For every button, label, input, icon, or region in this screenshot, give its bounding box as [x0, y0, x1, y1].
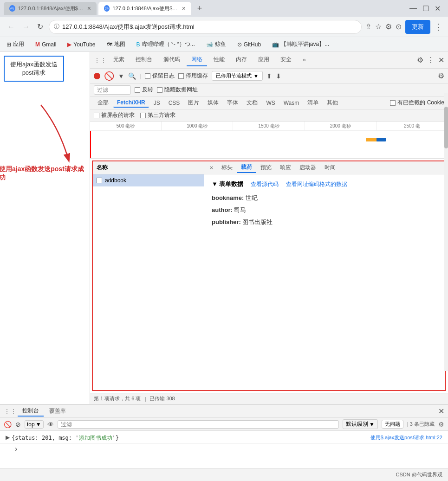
detail-tab-headers[interactable]: 标头: [218, 163, 236, 173]
devtools-tab-more[interactable]: »: [298, 55, 311, 66]
ajax-post-button[interactable]: 使用ajax函数发送 post请求: [4, 56, 64, 82]
devtools-close-icon[interactable]: ✕: [438, 56, 444, 64]
console-filter-input[interactable]: [58, 420, 339, 429]
devtools-more-icon[interactable]: ⋮: [427, 56, 435, 64]
download-icon[interactable]: ⬇: [276, 72, 281, 80]
devtools-tab-memory[interactable]: 内存: [231, 54, 252, 66]
bookmark-apps[interactable]: ⊞ 应用: [4, 39, 27, 49]
console-tab-coverage[interactable]: 覆盖率: [45, 406, 71, 416]
type-wasm[interactable]: Wasm: [280, 99, 303, 107]
extensions-icon[interactable]: ⚙: [385, 22, 392, 31]
invert-label[interactable]: 反转: [135, 86, 153, 94]
disable-cache-checkbox[interactable]: [178, 73, 184, 79]
type-other[interactable]: 其他: [323, 98, 342, 108]
search-icon-btn[interactable]: 🔍: [128, 72, 136, 80]
devtools-tab-sources[interactable]: 源代码: [159, 54, 185, 66]
scrollbar-track[interactable]: [444, 93, 448, 371]
third-party-label[interactable]: 第三方请求: [140, 111, 175, 119]
scrollbar-thumb[interactable]: [444, 107, 448, 148]
eye-icon[interactable]: 👁: [47, 421, 54, 428]
clear-button[interactable]: 🚫: [104, 71, 114, 81]
new-tab-button[interactable]: +: [193, 2, 206, 15]
filter-input[interactable]: [94, 85, 131, 95]
type-all[interactable]: 全部: [94, 98, 112, 108]
view-source-link[interactable]: 查看源代码: [251, 180, 279, 188]
bookmark-github[interactable]: ⊙ GitHub: [234, 40, 264, 49]
devtools-tab-network[interactable]: 网络: [187, 54, 207, 66]
detail-tab-initiator[interactable]: 启动器: [296, 163, 320, 173]
detail-tab-preview[interactable]: 预览: [257, 163, 275, 173]
type-media[interactable]: 媒体: [204, 98, 222, 108]
bookmark-whale[interactable]: 🐋 鲸鱼: [203, 39, 229, 49]
devtools-settings-icon[interactable]: ⚙: [417, 56, 423, 64]
bookmark-bilibili[interactable]: B 哔哩哔哩（ °- °）つ...: [134, 39, 198, 49]
view-url-encoded-link[interactable]: 查看网址编码格式的数据: [286, 180, 347, 188]
disable-cache-label[interactable]: 停用缓存: [178, 72, 208, 80]
type-font[interactable]: 字体: [223, 98, 242, 108]
third-party-checkbox[interactable]: [140, 113, 146, 118]
form-data-toggle[interactable]: ▼ 表单数据: [212, 180, 243, 188]
blocked-requests-label[interactable]: 被屏蔽的请求: [94, 111, 135, 119]
upload-icon[interactable]: ⬆: [266, 72, 272, 80]
type-doc[interactable]: 文档: [243, 98, 261, 108]
type-img[interactable]: 图片: [184, 98, 203, 108]
detail-tab-payload[interactable]: 载荷: [237, 162, 256, 173]
top-dropdown[interactable]: top ▼: [25, 420, 44, 429]
filter-icon-btn[interactable]: ▼: [118, 72, 124, 80]
bookmark-maps[interactable]: 🗺 地图: [104, 39, 128, 49]
row-checkbox[interactable]: [97, 178, 102, 183]
type-fetch-xhr[interactable]: Fetch/XHR: [113, 98, 149, 108]
tab-close-inactive[interactable]: ×: [87, 5, 91, 12]
back-button[interactable]: ←: [6, 21, 17, 33]
preserve-log-label[interactable]: 保留日志: [145, 72, 175, 80]
console-source-link[interactable]: 使用$.ajax发送post请求.html:22: [370, 434, 442, 441]
profile-icon[interactable]: ⊙: [396, 22, 402, 31]
network-settings-icon[interactable]: ⚙: [438, 71, 444, 80]
cast-icon[interactable]: ⇪: [365, 22, 371, 31]
preserve-log-checkbox[interactable]: [145, 73, 150, 79]
console-filter-icon[interactable]: ⊘: [15, 421, 21, 428]
type-css[interactable]: CSS: [165, 99, 184, 107]
throttle-dropdown[interactable]: 已停用节流模式 ▼: [212, 71, 263, 81]
minimize-icon[interactable]: —: [409, 4, 417, 13]
bookmark-gmail[interactable]: M Gmail: [32, 40, 59, 49]
devtools-tab-performance[interactable]: 性能: [209, 54, 229, 66]
forward-button[interactable]: →: [20, 21, 32, 33]
table-row[interactable]: addbook: [93, 174, 204, 186]
console-clear-icon[interactable]: 🚫: [4, 421, 12, 428]
devtools-tab-console[interactable]: 控制台: [131, 54, 157, 66]
console-settings-icon[interactable]: ⚙: [438, 421, 444, 428]
type-js[interactable]: JS: [150, 99, 164, 107]
record-button[interactable]: [94, 73, 100, 79]
devtools-tab-elements[interactable]: 元素: [109, 54, 129, 66]
console-expand-icon[interactable]: ▶: [6, 434, 10, 441]
devtools-tab-application[interactable]: 应用: [253, 54, 274, 66]
hide-data-urls-checkbox[interactable]: [157, 87, 162, 93]
blocked-cookies-checkbox[interactable]: [390, 100, 396, 106]
close-icon[interactable]: ✕: [435, 4, 441, 13]
detail-tab-timing[interactable]: 时间: [321, 163, 339, 173]
hide-data-urls-label[interactable]: 隐藏数据网址: [157, 86, 198, 94]
type-manifest[interactable]: 清单: [304, 98, 322, 108]
type-ws[interactable]: WS: [262, 99, 279, 107]
console-tab-console[interactable]: 控制台: [18, 406, 44, 417]
tab-inactive[interactable]: ◎ 127.0.0.1:8848/Ajax/使用$.aja... ×: [4, 2, 97, 15]
tab-close-active[interactable]: ×: [182, 5, 186, 12]
detail-tab-response[interactable]: 响应: [276, 163, 295, 173]
update-button[interactable]: 更新: [405, 20, 430, 34]
detail-tab-close[interactable]: ×: [206, 164, 217, 172]
invert-checkbox[interactable]: [135, 87, 140, 93]
blocked-requests-checkbox[interactable]: [94, 113, 99, 118]
bookmark-java[interactable]: 📺 【韩顺平讲java】...: [269, 39, 332, 49]
browser-menu-icon[interactable]: ⋮: [434, 22, 442, 32]
tab-active[interactable]: ◎ 127.0.0.1:8848/Ajax/使用$.ajax... ×: [98, 2, 191, 15]
console-close-icon[interactable]: ✕: [438, 407, 444, 416]
address-input[interactable]: ⓘ 127.0.0.1:8848/Ajax/使用$.ajax发送post请求.h…: [49, 20, 362, 34]
devtools-tab-security[interactable]: 安全: [276, 54, 296, 66]
bookmark-youtube[interactable]: ▶ YouTube: [65, 40, 98, 49]
reload-button[interactable]: ↻: [35, 20, 45, 33]
blocked-cookies-label[interactable]: 有已拦截的 Cookie: [390, 99, 444, 107]
bookmark-icon[interactable]: ☆: [375, 22, 382, 31]
level-dropdown[interactable]: 默认级别 ▼: [343, 419, 378, 429]
restore-icon[interactable]: ☐: [422, 4, 429, 13]
